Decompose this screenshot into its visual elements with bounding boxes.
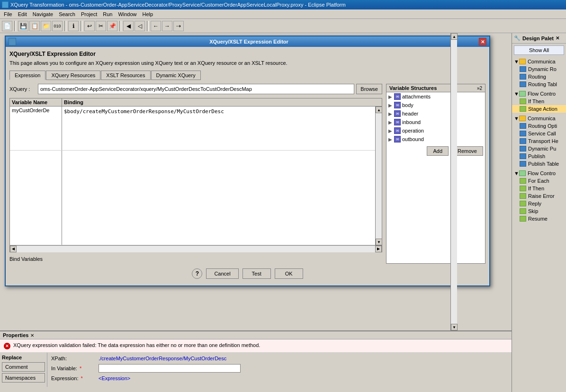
tree-header[interactable]: ▶ ✉ header (386, 109, 485, 118)
tree-icon-body: ✉ (394, 102, 401, 108)
save-btn[interactable]: 💾 (18, 21, 28, 31)
tab-xslt-resources[interactable]: XSLT Resources (101, 71, 150, 80)
browse-button[interactable]: Browse (356, 84, 382, 94)
expand-icon-2: ▼ (514, 91, 519, 97)
xpath-value[interactable]: ./createMyCustomerOrderResponse/MyCustOr… (99, 356, 226, 361)
menu-window[interactable]: Window (115, 10, 139, 18)
menu-search[interactable]: Search (56, 10, 78, 18)
palette-item-dynamic-ro[interactable]: Dynamic Ro (512, 65, 566, 73)
info-btn[interactable]: ℹ (68, 21, 79, 31)
binding-textarea[interactable] (62, 107, 375, 149)
cut-btn[interactable]: ✂ (96, 21, 106, 31)
tree-attachments[interactable]: ▶ ✉ attachments (386, 92, 485, 101)
palette-icon: 🔧 (514, 35, 521, 41)
tree-inbound[interactable]: ▶ ✉ inbound (386, 118, 485, 126)
item-label-raise-error: Raise Error (528, 193, 555, 199)
table-hscrollbar[interactable]: ◀ ▶ (10, 245, 382, 252)
save3-btn[interactable]: 📁 (41, 21, 51, 31)
design-palette-panel: 🔧 Design Palet ✕ Show All ▼ Communica Dy… (512, 33, 566, 392)
xquery-input[interactable] (38, 84, 354, 94)
namespaces-button[interactable]: Namespaces (2, 373, 45, 383)
tab-dynamic-xquery[interactable]: Dynamic XQuery (151, 71, 201, 80)
menu-navigate[interactable]: Navigate (30, 10, 56, 18)
item-label-publish: Publish (528, 153, 545, 159)
palette-section-flow2: ▼ Flow Contro For Each If Then Raise Err… (512, 169, 566, 223)
palette-item-if-then2[interactable]: If Then (512, 185, 566, 192)
hscroll-right-btn[interactable]: ▶ (375, 246, 382, 252)
item-icon-publish (520, 153, 526, 159)
section-header-flow1[interactable]: ▼ Flow Contro (512, 90, 566, 98)
palette-item-service-call[interactable]: Service Call (512, 130, 566, 137)
tab-expression[interactable]: Expression (9, 71, 45, 80)
menu-project[interactable]: Project (78, 10, 100, 18)
main-scroll-up[interactable]: ▲ (451, 33, 458, 40)
section-header-flow2[interactable]: ▼ Flow Contro (512, 169, 566, 177)
undo-btn[interactable]: ◀ (123, 21, 134, 31)
test-button[interactable]: Test (243, 268, 271, 279)
show-all-button[interactable]: Show All (514, 45, 564, 55)
palette-item-routing-opti[interactable]: Routing Opti (512, 122, 566, 130)
tree-operation[interactable]: ▶ ✉ operation (386, 126, 485, 135)
item-label-if-then2: If Then (528, 186, 544, 191)
undo2-btn[interactable]: ◁ (135, 21, 145, 31)
binary-btn[interactable]: 010 (52, 21, 63, 31)
hscroll-left-btn[interactable]: ◀ (10, 246, 17, 252)
menu-edit[interactable]: Edit (15, 10, 30, 18)
palette-item-if-then1[interactable]: If Then (512, 98, 566, 105)
tree-outbound[interactable]: ▶ ✉ outbound (386, 135, 485, 143)
var-structures-header: Variable Structures »2 (386, 84, 485, 92)
palette-item-reply[interactable]: Reply (512, 200, 566, 207)
help-button[interactable]: ? (192, 268, 202, 279)
expression-value[interactable]: <Expression> (99, 375, 130, 381)
comment-button[interactable]: Comment (2, 362, 45, 372)
item-label-dynamic-pu: Dynamic Pu (528, 146, 556, 151)
palette-item-dynamic-pu[interactable]: Dynamic Pu (512, 145, 566, 152)
tree-items: ▶ ✉ attachments ▶ ✉ body ▶ ✉ (386, 92, 485, 143)
palette-item-routing-tabl1[interactable]: Routing Tabl (512, 80, 566, 88)
tree-body[interactable]: ▶ ✉ body (386, 101, 485, 109)
main-scroll-down[interactable]: ▼ (451, 324, 458, 330)
nav-back-btn[interactable]: ← (151, 21, 161, 31)
nav-fwd-btn[interactable]: → (162, 21, 172, 31)
item-icon-stage-action (520, 106, 526, 112)
palette-item-publish-table[interactable]: Publish Table (512, 160, 566, 168)
palette-item-for-each[interactable]: For Each (512, 177, 566, 185)
sep2 (64, 21, 66, 31)
palette-item-routing1[interactable]: Routing (512, 73, 566, 80)
properties-close[interactable]: ✕ (30, 333, 34, 338)
item-icon-routing-tabl1 (520, 81, 526, 87)
palette-close[interactable]: ✕ (556, 36, 559, 41)
dialog-icon (9, 38, 16, 45)
main-vscrollbar[interactable]: ▲ ▼ (450, 33, 457, 330)
palette-item-publish[interactable]: Publish (512, 152, 566, 160)
item-icon-skip (520, 208, 526, 214)
paste-btn[interactable]: 📌 (107, 21, 117, 31)
dialog-header: XQuery/XSLT Expression Editor (9, 51, 485, 57)
add-button[interactable]: Add (427, 146, 449, 156)
var-structures-expand[interactable]: »2 (477, 86, 482, 91)
back-btn[interactable]: ↩ (84, 21, 95, 31)
save2-btn[interactable]: 📋 (29, 21, 40, 31)
section-header-communica2[interactable]: ▼ Communica (512, 115, 566, 122)
table-vscrollbar[interactable]: ▲ ▼ (375, 107, 382, 245)
sep1 (14, 21, 16, 31)
menu-file[interactable]: File (1, 10, 15, 18)
palette-item-stage-action[interactable]: Stage Action (512, 105, 566, 113)
scroll-up-btn[interactable]: ▲ (376, 107, 382, 113)
scroll-down-btn[interactable]: ▼ (376, 239, 382, 245)
palette-item-skip[interactable]: Skip (512, 207, 566, 215)
palette-item-resume[interactable]: Resume (512, 215, 566, 223)
tab-xquery-resources[interactable]: XQuery Resources (46, 71, 100, 80)
cancel-button[interactable]: Cancel (206, 268, 238, 279)
in-variable-input[interactable] (99, 364, 241, 373)
dialog-close-button[interactable]: ✕ (479, 38, 486, 45)
palette-item-transport-he[interactable]: Transport He (512, 137, 566, 145)
new-btn[interactable]: 📄 (2, 21, 12, 31)
palette-item-raise-error[interactable]: Raise Error (512, 192, 566, 200)
nav-stop-btn[interactable]: ⇢ (173, 21, 184, 31)
section-header-communica1[interactable]: ▼ Communica (512, 58, 566, 65)
menu-help[interactable]: Help (140, 10, 156, 18)
menu-run[interactable]: Run (100, 10, 115, 18)
xquery-dialog: XQuery/XSLT Expression Editor ✕ XQuery/X… (5, 36, 490, 286)
ok-button[interactable]: OK (275, 268, 303, 279)
